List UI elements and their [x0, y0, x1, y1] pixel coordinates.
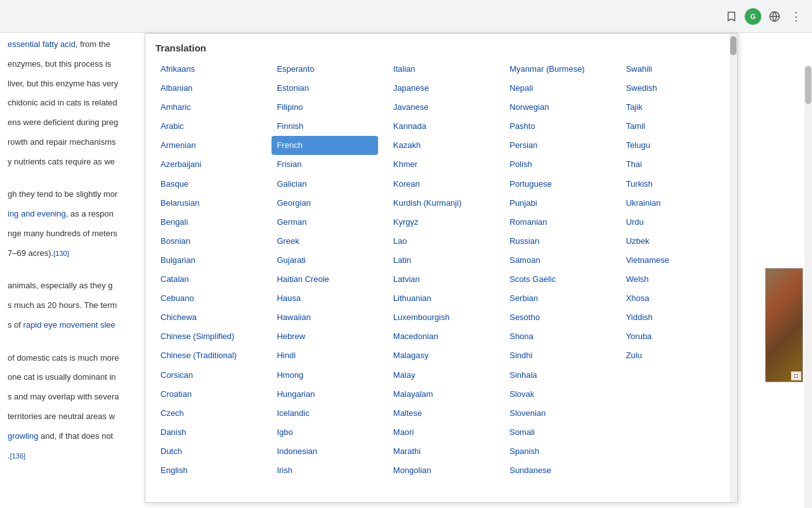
lang-indonesian[interactable]: Indonesian — [272, 442, 377, 461]
lang-xhosa[interactable]: Xhosa — [621, 289, 727, 308]
lang-bengali[interactable]: Bengali — [155, 213, 261, 232]
lang-yiddish[interactable]: Yiddish — [621, 308, 727, 327]
lang-myanmar[interactable]: Myanmar (Burmese) — [504, 60, 610, 79]
lang-arabic[interactable]: Arabic — [155, 117, 261, 136]
lang-malayalam[interactable]: Malayalam — [388, 385, 494, 404]
lang-lithuanian[interactable]: Lithuanian — [388, 289, 494, 308]
lang-kurdish[interactable]: Kurdish (Kurmanji) — [388, 194, 494, 213]
lang-swedish[interactable]: Swedish — [621, 79, 727, 98]
lang-german[interactable]: German — [272, 213, 377, 232]
lang-hindi[interactable]: Hindi — [272, 346, 377, 365]
lang-afrikaans[interactable]: Afrikaans — [155, 60, 261, 79]
lang-basque[interactable]: Basque — [155, 175, 261, 194]
lang-estonian[interactable]: Estonian — [272, 79, 377, 98]
lang-swahili[interactable]: Swahili — [621, 60, 727, 79]
lang-turkish[interactable]: Turkish — [621, 175, 727, 194]
lang-cebuano[interactable]: Cebuano — [155, 289, 261, 308]
lang-latin[interactable]: Latin — [388, 251, 494, 270]
lang-welsh[interactable]: Welsh — [621, 270, 727, 289]
lang-finnish[interactable]: Finnish — [272, 117, 377, 136]
lang-hawaiian[interactable]: Hawaiian — [272, 308, 377, 327]
lang-maltese[interactable]: Maltese — [388, 404, 494, 423]
page-scrollbar[interactable] — [804, 66, 812, 508]
lang-chinese-traditional[interactable]: Chinese (Traditional) — [155, 346, 261, 365]
lang-khmer[interactable]: Khmer — [388, 155, 494, 174]
lang-persian[interactable]: Persian — [504, 136, 610, 155]
lang-javanese[interactable]: Javanese — [388, 98, 494, 117]
lang-kannada[interactable]: Kannada — [388, 117, 494, 136]
lang-dutch[interactable]: Dutch — [155, 442, 261, 461]
lang-scots-gaelic[interactable]: Scots Gaelic — [504, 270, 610, 289]
lang-italian[interactable]: Italian — [388, 60, 494, 79]
lang-urdu[interactable]: Urdu — [621, 213, 727, 232]
lang-polish[interactable]: Polish — [504, 155, 610, 174]
lang-tajik[interactable]: Tajik — [621, 98, 727, 117]
lang-croatian[interactable]: Croatian — [155, 385, 261, 404]
lang-greek[interactable]: Greek — [272, 232, 377, 251]
lang-galician[interactable]: Galician — [272, 175, 377, 194]
avatar[interactable]: G — [745, 8, 761, 25]
more-icon[interactable]: ⋮ — [788, 8, 804, 25]
lang-luxembourgish[interactable]: Luxembourgish — [388, 308, 494, 327]
lang-kazakh[interactable]: Kazakh — [388, 136, 494, 155]
page-scrollbar-thumb[interactable] — [805, 66, 811, 104]
lang-norwegian[interactable]: Norwegian — [504, 98, 610, 117]
lang-bulgarian[interactable]: Bulgarian — [155, 251, 261, 270]
lang-vietnamese[interactable]: Vietnamese — [621, 251, 727, 270]
lang-corsican[interactable]: Corsican — [155, 366, 261, 385]
image-expand-button[interactable] — [791, 371, 801, 380]
lang-frisian[interactable]: Frisian — [272, 155, 377, 174]
lang-hebrew[interactable]: Hebrew — [272, 327, 377, 346]
lang-esperanto[interactable]: Esperanto — [272, 60, 377, 79]
lang-catalan[interactable]: Catalan — [155, 270, 261, 289]
lang-latvian[interactable]: Latvian — [388, 270, 494, 289]
lang-uzbek[interactable]: Uzbek — [621, 232, 727, 251]
lang-somali[interactable]: Somali — [504, 423, 610, 442]
lang-icelandic[interactable]: Icelandic — [272, 404, 377, 423]
lang-bosnian[interactable]: Bosnian — [155, 232, 261, 251]
lang-azerbaijani[interactable]: Azerbaijani — [155, 155, 261, 174]
lang-french[interactable]: French — [272, 136, 377, 155]
lang-nepali[interactable]: Nepali — [504, 79, 610, 98]
lang-danish[interactable]: Danish — [155, 423, 261, 442]
lang-czech[interactable]: Czech — [155, 404, 261, 423]
lang-tamil[interactable]: Tamil — [621, 117, 727, 136]
lang-english[interactable]: English — [155, 461, 261, 480]
lang-sundanese[interactable]: Sundanese — [504, 461, 610, 480]
lang-romanian[interactable]: Romanian — [504, 213, 610, 232]
lang-chinese-simplified[interactable]: Chinese (Simplified) — [155, 327, 261, 346]
lang-marathi[interactable]: Marathi — [388, 442, 494, 461]
lang-samoan[interactable]: Samoan — [504, 251, 610, 270]
lang-lao[interactable]: Lao — [388, 232, 494, 251]
lang-shona[interactable]: Shona — [504, 327, 610, 346]
bookmark-icon[interactable] — [723, 8, 740, 25]
lang-malagasy[interactable]: Malagasy — [388, 346, 494, 365]
lang-portuguese[interactable]: Portuguese — [504, 175, 610, 194]
lang-slovak[interactable]: Slovak — [504, 385, 610, 404]
lang-kyrgyz[interactable]: Kyrgyz — [388, 213, 494, 232]
lang-hmong[interactable]: Hmong — [272, 366, 377, 385]
lang-amharic[interactable]: Amharic — [155, 98, 261, 117]
lang-hungarian[interactable]: Hungarian — [272, 385, 377, 404]
lang-filipino[interactable]: Filipino — [272, 98, 377, 117]
lang-pashto[interactable]: Pashto — [504, 117, 610, 136]
panel-scrollbar-thumb[interactable] — [730, 36, 737, 55]
lang-yoruba[interactable]: Yoruba — [621, 327, 727, 346]
panel-scrollbar[interactable] — [730, 34, 737, 502]
lang-sinhala[interactable]: Sinhala — [504, 366, 610, 385]
lang-irish[interactable]: Irish — [272, 461, 377, 480]
lang-belarusian[interactable]: Belarusian — [155, 194, 261, 213]
lang-hausa[interactable]: Hausa — [272, 289, 377, 308]
lang-serbian[interactable]: Serbian — [504, 289, 610, 308]
lang-haitian-creole[interactable]: Haitian Creole — [272, 270, 377, 289]
lang-spanish[interactable]: Spanish — [504, 442, 610, 461]
lang-russian[interactable]: Russian — [504, 232, 610, 251]
lang-maori[interactable]: Maori — [388, 423, 494, 442]
lang-georgian[interactable]: Georgian — [272, 194, 377, 213]
lang-malay[interactable]: Malay — [388, 366, 494, 385]
lang-korean[interactable]: Korean — [388, 175, 494, 194]
lang-mongolian[interactable]: Mongolian — [388, 461, 494, 480]
translate-icon[interactable] — [766, 8, 783, 25]
lang-ukrainian[interactable]: Ukrainian — [621, 194, 727, 213]
lang-japanese[interactable]: Japanese — [388, 79, 494, 98]
